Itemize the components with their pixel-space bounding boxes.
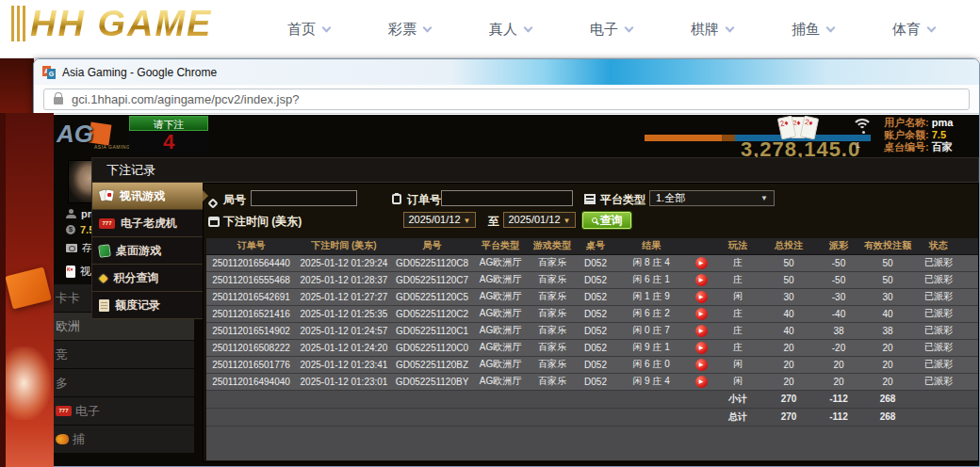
main-nav: 首页彩票真人电子棋牌捕鱼体育 [287,0,935,58]
bet-countdown-box: 请下注 4 [129,116,208,154]
subtotal-bet: 270 [760,390,817,408]
card-icon [66,266,75,278]
sidebar-item-label: 捕 [73,431,85,448]
nav-item[interactable]: 电子 [590,21,632,39]
chevron-down-icon [423,23,433,32]
empty-cell [392,408,472,426]
valid-cell: 40 [860,305,915,322]
column-header: 下注时间 (美东) [296,238,392,254]
record-menu-item[interactable]: 额度记录 [91,292,203,319]
subtotal-row: 小计270-112268 [206,390,978,408]
sidebar-video-tab[interactable]: 视 [66,264,91,280]
site-logo: HH GAME [11,4,212,44]
playtype-cell: 闲 [715,373,760,390]
extra-cell [962,373,978,390]
order-input[interactable] [441,190,573,206]
window-titlebar[interactable]: Asia Gaming - Google Chrome [34,59,979,85]
empty-cell [206,408,296,426]
nav-item-label: 真人 [489,21,517,39]
record-content: 局号 订单号 平台类型 1.全部 ▼ 下注时间 (美东) 2025/0 [203,183,979,462]
play-video-icon[interactable]: ▶ [695,376,708,388]
nav-item[interactable]: 首页 [287,21,330,39]
payout-cell: -50 [817,271,860,288]
user-icon [66,209,76,218]
bet-cell: 20 [760,373,817,390]
table-row: 2501120165214162025-01-12 01:25:35GD0522… [206,305,978,322]
play-video-icon[interactable]: ▶ [695,308,708,320]
game-type-cell: 百家乐 [529,254,576,271]
clipboard-icon [392,191,401,208]
platform-cell: AG欧洲厅 [472,322,529,339]
result-cell: 闲 9 庄 4 [615,373,687,390]
table-no-cell: D052 [576,288,615,305]
play-cell: ▶ [687,271,715,288]
coin-icon: $ [66,225,75,234]
date-from-select[interactable]: 2025/01/12 ▼ [403,212,476,228]
order-cell: 250112016542691 [206,288,296,305]
round-cell: GD052251120BY [392,373,472,390]
ag-logo-subtext: ASIA GAMING [94,144,130,150]
fish-icon [56,434,69,444]
status-cell: 已派彩 [915,339,962,356]
dropdown-arrow-icon: ▼ [564,217,571,225]
time-cell: 2025-01-12 01:23:01 [296,373,392,390]
play-video-icon[interactable]: ▶ [695,257,708,269]
column-header: 结果 [615,238,687,254]
round-cell: GD052251120C2 [392,305,472,322]
round-input[interactable] [251,190,357,206]
column-header: 游戏类型 [529,238,576,254]
column-header: 平台类型 [472,238,529,254]
search-button[interactable]: 查询 [582,212,631,229]
empty-cell [576,390,615,408]
chevron-down-icon [826,23,836,32]
search-button-label: 查询 [600,213,623,229]
play-cell: ▶ [687,288,715,305]
sidebar-item-label: 竞 [56,346,68,363]
record-menu-item[interactable]: 视讯游戏 [91,183,203,210]
countdown-value: 4 [129,131,208,153]
table-no-cell: D052 [576,322,615,339]
table-no-cell: D052 [576,271,615,288]
user-label: 用户名称: [884,117,929,128]
empty-cell [392,390,472,408]
round-cell: GD052251120C1 [392,322,472,339]
date-to-select[interactable]: 2025/01/12 ▼ [503,212,576,228]
play-video-icon[interactable]: ▶ [695,291,708,303]
record-menu-item[interactable]: 桌面游戏 [91,237,203,265]
platform-cell: AG欧洲厅 [472,254,529,271]
nav-item-label: 首页 [287,21,316,39]
promo-glow [2,346,51,420]
modal-title: 下注记录 [91,157,979,183]
play-video-icon[interactable]: ▶ [695,342,708,354]
nav-item[interactable]: 棋牌 [691,21,733,39]
total-bet: 270 [760,408,817,426]
platform-select[interactable]: 1.全部 ▼ [649,190,775,206]
date-from-value: 2025/01/12 [408,214,460,225]
game-type-cell: 百家乐 [529,339,576,356]
extra-cell [962,254,978,271]
record-menu-item[interactable]: 电子老虎机 [91,210,203,237]
slot-777-icon [99,218,115,229]
address-bar[interactable]: gci.1hhapi.com/agingame/pcv2/index.jsp? [43,89,970,110]
dealt-cards: 2♦ 2♦ 2♦ [779,117,813,138]
bet-cell: 30 [760,288,817,305]
result-cell: 闲 6 庄 1 [615,271,687,288]
browser-urlbar: gci.1hhapi.com/agingame/pcv2/index.jsp? [34,85,979,114]
nav-item[interactable]: 体育 [892,21,935,39]
lock-icon [54,97,63,105]
record-menu-item[interactable]: 积分查询 [91,265,203,292]
play-video-icon[interactable]: ▶ [695,325,708,337]
play-video-icon[interactable]: ▶ [695,274,708,286]
empty-cell [529,390,576,408]
browser-window: Asia Gaming - Google Chrome gci.1hhapi.c… [33,58,980,467]
table-row: 2501120165017762025-01-12 01:23:41GD0522… [206,356,978,373]
nav-item[interactable]: 彩票 [388,21,431,39]
play-video-icon[interactable]: ▶ [695,359,708,371]
user-value: pma [932,117,954,128]
table-value: 百家 [932,141,953,153]
column-header: 派彩 [817,238,860,254]
time-cell: 2025-01-12 01:29:24 [296,254,392,271]
nav-item[interactable]: 真人 [489,21,531,39]
tag-icon [209,194,217,211]
nav-item[interactable]: 捕鱼 [792,21,834,39]
